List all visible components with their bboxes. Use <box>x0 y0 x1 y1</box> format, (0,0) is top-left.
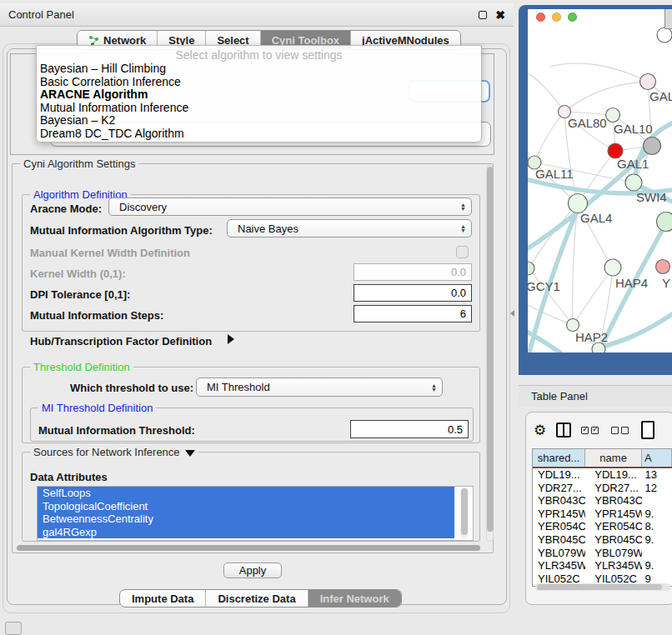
panel-mini-button[interactable] <box>5 622 22 635</box>
network-node-y[interactable] <box>656 260 670 274</box>
node-label: GAL1 <box>617 157 649 171</box>
hub-definition-label[interactable]: Hub/Transcription Factor Definition <box>30 335 212 348</box>
threshold-definition-title: Threshold Definition <box>30 361 133 373</box>
network-edge[interactable] <box>550 63 648 82</box>
gear-icon[interactable]: ⚙ <box>534 423 546 438</box>
table-row[interactable]: YBL079WYBL079W <box>533 547 672 560</box>
tab-infer-network[interactable]: Infer Network <box>308 590 401 607</box>
document-icon[interactable] <box>641 421 654 439</box>
table-header-row: shared...nameA <box>533 449 672 468</box>
table-row[interactable]: YBR045CYBR045C9. <box>533 533 672 547</box>
table-toolbar: ⚙ <box>530 417 672 443</box>
column-header[interactable]: A <box>642 449 672 467</box>
deselect-all-icon[interactable] <box>611 422 631 438</box>
network-node[interactable] <box>657 28 672 42</box>
network-node[interactable] <box>592 342 605 352</box>
list-item[interactable]: SelfLoops <box>38 487 454 500</box>
node-label: Y <box>662 276 670 290</box>
network-edge[interactable] <box>573 268 613 325</box>
expand-arrow-icon[interactable] <box>228 334 234 344</box>
dropdown-item[interactable]: Mutual Information Inference <box>37 102 481 115</box>
network-edge[interactable] <box>564 82 648 112</box>
splitter-handle-icon[interactable] <box>510 310 514 317</box>
node-label: GCY1 <box>528 279 560 293</box>
dropdown-item[interactable]: ARACNE Algorithm <box>37 88 481 102</box>
tab-discretize-data[interactable]: Discretize Data <box>206 590 308 607</box>
node-table: shared...nameA YDL19...YDL19...13YDR27..… <box>532 448 672 587</box>
mi-steps-field[interactable]: 6 <box>354 305 472 322</box>
network-node-swi4[interactable] <box>625 174 642 191</box>
dropdown-item[interactable]: Bayesian – Hill Climbing <box>37 62 481 76</box>
dropdown-item[interactable]: Dream8 DC_TDC Algorithm <box>37 128 481 141</box>
columns-icon[interactable] <box>556 422 571 438</box>
kernel-width-label: Kernel Width (0,1): <box>30 268 126 280</box>
network-node-gal10[interactable] <box>606 108 620 122</box>
mi-threshold-title: MI Threshold Definition <box>38 402 156 414</box>
stepper-icon: ▲▼ <box>460 202 466 211</box>
column-header[interactable]: shared... <box>533 449 585 467</box>
cyni-settings-title: Cyni Algorithm Settings <box>20 158 138 170</box>
window-zoom-icon[interactable] <box>568 12 577 22</box>
kernel-width-field[interactable]: 0.0 <box>354 263 472 281</box>
table-row[interactable]: YLR345WYLR345W9. <box>533 559 672 572</box>
list-scrollbar-thumb[interactable] <box>461 488 468 535</box>
data-attributes-label: Data Attributes <box>30 471 108 483</box>
list-item[interactable]: BetweennessCentrality <box>38 512 454 526</box>
network-edge[interactable] <box>528 73 564 112</box>
node-label: GAL <box>649 89 672 103</box>
mi-threshold-field[interactable]: 0.5 <box>350 420 469 438</box>
network-edge[interactable] <box>528 300 573 325</box>
network-node-gal[interactable] <box>640 74 656 90</box>
network-icon <box>88 35 99 46</box>
node-label: GAL4 <box>580 211 612 225</box>
which-threshold-label: Which threshold to use: <box>70 382 193 394</box>
tab-impute-data[interactable]: Impute Data <box>120 590 206 607</box>
table-horizontal-scrollbar-thumb[interactable] <box>537 584 662 590</box>
network-canvas[interactable]: GALGAL80GAL10GAL1GAL11SWI4GAL4GCY1HAP4YH… <box>528 9 672 352</box>
dropdown-item[interactable]: Bayesian – K2 <box>37 114 481 128</box>
aracne-mode-label: Aracne Mode: <box>30 202 102 215</box>
network-node-gcy1[interactable] <box>528 262 534 275</box>
close-icon[interactable]: ✖ <box>495 9 505 21</box>
node-label: SWI4 <box>636 190 667 204</box>
collapse-arrow-icon <box>185 450 195 457</box>
network-node-hap4[interactable] <box>604 259 621 276</box>
table-row[interactable]: YBR043CYBR043C <box>533 494 672 508</box>
table-row[interactable]: YDR27...YDR27...12 <box>533 482 672 495</box>
table-row[interactable]: YPR145WYPR145W9. <box>533 508 672 521</box>
network-edge[interactable] <box>534 112 564 162</box>
table-panel-titlebar: Table Panel <box>519 385 672 407</box>
node-label: HAP2 <box>575 330 608 344</box>
settings-horizontal-scrollbar-thumb[interactable] <box>17 545 480 551</box>
window-close-icon[interactable] <box>536 12 545 22</box>
mi-threshold-label: Mutual Information Threshold: <box>38 424 195 437</box>
network-node[interactable] <box>657 212 672 232</box>
list-item[interactable]: TopologicalCoefficient <box>38 500 454 513</box>
which-threshold-select[interactable]: MI Threshold ▲▼ <box>196 378 443 397</box>
network-edge[interactable] <box>529 203 578 268</box>
apply-button[interactable]: Apply <box>223 562 282 578</box>
float-icon[interactable] <box>479 11 487 19</box>
window-minimize-icon[interactable] <box>552 12 561 22</box>
control-panel-titlebar: Control Panel ✖ <box>0 3 514 27</box>
list-item[interactable]: gal4RGexp <box>38 526 454 539</box>
select-all-icon[interactable] <box>581 422 601 438</box>
data-attributes-list: SelfLoopsTopologicalCoefficientBetweenne… <box>37 486 474 541</box>
manual-kernel-width-checkbox[interactable] <box>456 246 469 258</box>
settings-vertical-scrollbar-thumb[interactable] <box>487 167 494 532</box>
stepper-icon: ▲▼ <box>460 224 466 232</box>
table-row[interactable]: YDL19...YDL19...13 <box>533 468 672 482</box>
aracne-mode-select[interactable]: Discovery ▲▼ <box>108 198 472 216</box>
bottom-tabbar: Impute DataDiscretize DataInfer Network <box>119 589 402 608</box>
node-label: GAL11 <box>535 167 574 181</box>
mi-algorithm-type-select[interactable]: Naive Bayes ▲▼ <box>227 219 472 238</box>
network-node[interactable] <box>644 138 661 155</box>
dpi-tolerance-field[interactable]: 0.0 <box>354 284 472 302</box>
node-label: GAL10 <box>614 122 653 136</box>
sources-title[interactable]: Sources for Network Inference <box>30 446 198 458</box>
column-header[interactable]: name <box>585 449 642 467</box>
table-row[interactable]: YER054CYER054C8. <box>533 520 672 533</box>
node-label: GAL80 <box>568 116 607 130</box>
dropdown-placeholder: Select algorithm to view settings <box>37 46 481 62</box>
dropdown-item[interactable]: Basic Correlation Inference <box>37 76 481 89</box>
